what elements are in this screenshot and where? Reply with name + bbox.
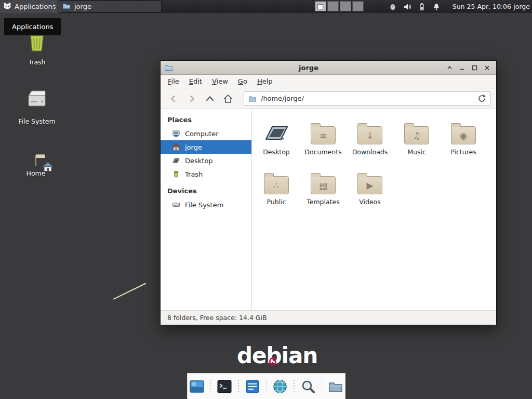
- file-manager-window: jorge File Edit View Go Help: [160, 60, 497, 325]
- workspace-cell[interactable]: [315, 1, 326, 11]
- system-tray: [389, 0, 441, 13]
- battery-icon[interactable]: [418, 3, 426, 11]
- documents-folder-icon: ≡: [311, 117, 336, 144]
- file-label: Public: [267, 198, 286, 206]
- stray-mark: [113, 283, 147, 299]
- file-label: Music: [407, 148, 426, 156]
- maximize-button[interactable]: [469, 63, 480, 73]
- downloads-folder-icon: ↓: [357, 117, 382, 144]
- window-title: jorge: [173, 64, 444, 72]
- sidebar-item-trash[interactable]: Trash: [161, 167, 251, 181]
- show-desktop-icon[interactable]: [188, 377, 206, 396]
- home-folder-icon: [35, 158, 36, 166]
- desktop-icon: [172, 156, 180, 165]
- up-button[interactable]: [202, 91, 218, 107]
- shade-button[interactable]: [444, 63, 455, 73]
- debian-wordmark: debian: [237, 343, 317, 368]
- places-header: Places: [161, 113, 251, 127]
- menubar: File Edit View Go Help: [161, 75, 496, 88]
- file-item-templates[interactable]: ▤ Templates: [300, 167, 347, 217]
- menu-help[interactable]: Help: [252, 75, 277, 87]
- panel-user-label: jorge: [513, 0, 530, 13]
- clock[interactable]: Sun 25 Apr, 10:06: [453, 0, 511, 13]
- file-item-downloads[interactable]: ↓ Downloads: [347, 117, 393, 167]
- file-item-public[interactable]: ∴ Public: [253, 167, 300, 217]
- file-label: Documents: [304, 148, 341, 156]
- folder-icon: [62, 2, 71, 11]
- house-emblem-icon: [42, 162, 54, 174]
- workspace-cell[interactable]: [352, 1, 364, 11]
- text-editor-icon[interactable]: [243, 377, 262, 396]
- sidebar-item-label: jorge: [185, 143, 202, 151]
- path-bar[interactable]: /home/jorge/: [244, 91, 491, 106]
- dock-separator: [238, 380, 239, 393]
- file-item-desktop[interactable]: Desktop: [253, 117, 300, 167]
- app-finder-icon[interactable]: [299, 377, 317, 396]
- window-body: Places Computer jorge: [161, 109, 496, 310]
- desktop-icon-label: File System: [18, 117, 56, 125]
- top-panel: Applications jorge: [0, 0, 532, 13]
- desktop-root: Applications jorge: [0, 0, 532, 399]
- sidebar-item-jorge[interactable]: jorge: [161, 140, 251, 154]
- music-folder-icon: ♫: [404, 117, 429, 144]
- trash-icon: [172, 170, 180, 178]
- debian-swirl-icon: [269, 345, 277, 371]
- computer-icon: [172, 129, 180, 138]
- path-text[interactable]: /home/jorge/: [261, 95, 473, 102]
- sidebar-item-desktop[interactable]: Desktop: [161, 154, 251, 167]
- home-button[interactable]: [220, 91, 236, 107]
- desktop-icon-file-system[interactable]: File System: [15, 87, 59, 125]
- debian-logo: debian: [237, 343, 317, 368]
- notifications-bell-icon[interactable]: [432, 3, 441, 11]
- public-folder-icon: ∴: [264, 167, 289, 194]
- dock-separator: [210, 380, 211, 393]
- file-item-pictures[interactable]: ◉ Pictures: [440, 117, 487, 167]
- home-icon: [172, 143, 180, 151]
- sidebar-item-file-system[interactable]: File System: [161, 198, 251, 211]
- file-label: Videos: [359, 198, 381, 206]
- applications-tooltip: Applications: [4, 18, 61, 35]
- panel-handle[interactable]: [53, 2, 57, 11]
- web-browser-icon[interactable]: [271, 377, 289, 396]
- file-item-documents[interactable]: ≡ Documents: [300, 117, 347, 167]
- drive-icon: [25, 87, 49, 114]
- file-label: Desktop: [263, 148, 290, 156]
- workspace-cell[interactable]: [327, 1, 339, 11]
- dock-separator: [266, 380, 267, 393]
- taskbar-item-label: jorge: [74, 3, 91, 10]
- dock: [187, 373, 345, 399]
- applications-label: Applications: [15, 3, 56, 10]
- volume-icon[interactable]: [403, 3, 411, 11]
- terminal-icon[interactable]: [215, 377, 234, 396]
- menu-edit[interactable]: Edit: [184, 75, 207, 87]
- window-titlebar[interactable]: jorge: [161, 61, 496, 75]
- statusbar-text: 8 folders, Free space: 14.4 GiB: [167, 314, 267, 322]
- workspace-pager: [315, 1, 364, 11]
- file-item-videos[interactable]: ▶ Videos: [347, 167, 393, 217]
- reload-icon[interactable]: [477, 94, 486, 103]
- back-button[interactable]: [166, 91, 181, 107]
- file-grid: Desktop ≡ Documents ↓ Downloads: [252, 109, 496, 217]
- window-folder-icon: [164, 63, 173, 72]
- file-item-music[interactable]: ♫ Music: [393, 117, 440, 167]
- file-label: Pictures: [450, 148, 476, 156]
- forward-button[interactable]: [184, 91, 200, 107]
- desktop-icon-home[interactable]: Home: [14, 154, 58, 177]
- menu-file[interactable]: File: [163, 75, 184, 87]
- sidebar: Places Computer jorge: [161, 109, 252, 310]
- workspace-cell[interactable]: [340, 1, 351, 11]
- file-manager-icon[interactable]: [326, 377, 345, 396]
- sidebar-item-computer[interactable]: Computer: [161, 127, 251, 140]
- desktop-icon-label: Trash: [28, 58, 45, 66]
- mouse-icon[interactable]: [389, 3, 397, 11]
- sidebar-item-label: Trash: [185, 170, 203, 178]
- toolbar: /home/jorge/: [161, 88, 496, 109]
- sidebar-item-label: Computer: [185, 130, 219, 138]
- xfce-logo-icon: [3, 2, 11, 11]
- desktop-special-icon: [263, 117, 289, 144]
- menu-view[interactable]: View: [207, 75, 233, 87]
- minimize-button[interactable]: [457, 63, 468, 73]
- taskbar-item-jorge[interactable]: jorge: [58, 1, 162, 12]
- menu-go[interactable]: Go: [233, 75, 252, 87]
- close-button[interactable]: [482, 63, 493, 73]
